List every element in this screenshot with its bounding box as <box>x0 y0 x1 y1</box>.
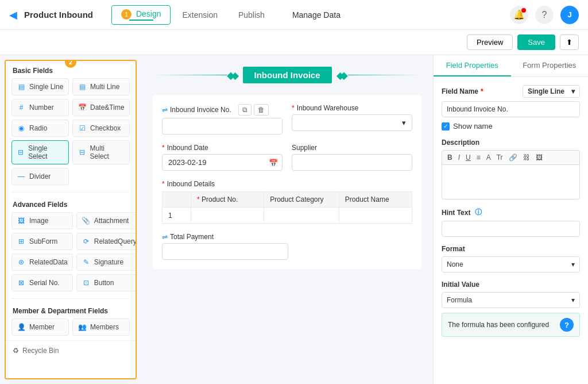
main-layout: 2 Basic Fields ▤ Single Line ▤ Multi Lin… <box>0 55 588 384</box>
field-related-data[interactable]: ⊛ RelatedData <box>11 254 73 271</box>
members-icon: 👥 <box>78 322 87 332</box>
tab-extension[interactable]: Extension <box>173 7 226 23</box>
font-color-button[interactable]: A <box>485 153 493 162</box>
member-label: Member <box>29 323 55 331</box>
field-name-required: * <box>481 87 483 95</box>
delete-field-button[interactable]: 🗑 <box>254 104 269 116</box>
warehouse-field: * Inbound Warehouse ▾ <box>292 104 412 135</box>
single-line-icon: ▤ <box>17 82 26 91</box>
warehouse-label-row: * Inbound Warehouse <box>292 104 412 112</box>
field-subform[interactable]: ⊞ SubForm <box>11 233 73 250</box>
supplier-input[interactable] <box>292 154 412 171</box>
avatar[interactable]: J <box>560 6 579 24</box>
preview-button[interactable]: Preview <box>467 34 513 50</box>
field-divider[interactable]: — Divider <box>11 168 69 185</box>
invoice-no-label-row: ⇌ Inbound Invoice No. ⧉ 🗑 <box>162 104 283 116</box>
underline-button[interactable]: U <box>464 153 473 162</box>
formula-status: The formula has been configured ? <box>442 313 580 337</box>
tab-design[interactable]: 1 Design <box>111 5 171 25</box>
signature-label: Signature <box>94 258 123 266</box>
save-button[interactable]: Save <box>517 34 555 50</box>
total-label: Total Payment <box>170 233 214 241</box>
single-select-label: Single Select <box>28 144 64 160</box>
table-header-row: * Product No. Product Category Product N… <box>163 192 412 208</box>
invoice-no-label: Inbound Invoice No. <box>170 106 231 114</box>
product-no-input[interactable] <box>197 211 258 220</box>
field-datetime[interactable]: 📅 Date&Time <box>72 99 130 116</box>
field-radio[interactable]: ◉ Radio <box>11 120 69 137</box>
field-single-select[interactable]: ⊟ Single Select <box>11 140 69 164</box>
field-number[interactable]: # Number <box>11 99 69 116</box>
share-button[interactable]: ⬆ <box>560 34 579 50</box>
description-area[interactable] <box>442 165 580 199</box>
format-value: None <box>447 260 463 268</box>
bold-button[interactable]: B <box>446 153 454 162</box>
notification-button[interactable]: 🔔 <box>510 6 528 24</box>
align-button[interactable]: ≡ <box>475 153 482 162</box>
top-navigation: ◀ Product Inbound 1 Design Extension Pub… <box>0 0 588 30</box>
hint-text-input[interactable] <box>442 221 580 237</box>
title-line-right <box>348 75 422 75</box>
tab-field-properties[interactable]: Field Properties <box>434 55 511 76</box>
formula-help-button[interactable]: ? <box>560 318 574 332</box>
product-category-input[interactable] <box>270 211 333 220</box>
button-label: Button <box>94 279 114 287</box>
field-type-select[interactable]: Single Line ▾ <box>523 85 580 98</box>
format-text-button[interactable]: Tr <box>495 153 505 162</box>
link-icon-total: ⇌ <box>162 233 168 241</box>
date-field: * Inbound Date 📅 <box>162 144 283 171</box>
link-button[interactable]: 🔗 <box>507 153 519 162</box>
show-name-checkbox[interactable] <box>442 122 450 130</box>
recycle-bin[interactable]: ♻ Recycle Bin <box>6 340 136 360</box>
product-category-cell[interactable] <box>264 208 339 224</box>
formula-status-text: The formula has been configured <box>448 321 560 329</box>
format-section: Format None ▾ <box>442 245 580 272</box>
serial-no-icon: ⊠ <box>17 278 26 287</box>
panel-tabs: Field Properties Form Properties <box>434 55 588 77</box>
description-toolbar: B I U ≡ A Tr 🔗 ⛓ 🖼 <box>442 150 580 165</box>
product-name-cell[interactable] <box>339 208 412 224</box>
field-multi-line[interactable]: ▤ Multi Line <box>72 78 130 95</box>
product-no-required: * <box>197 195 202 203</box>
date-input[interactable] <box>162 154 283 171</box>
advanced-fields-grid: 🖼 Image 📎 Attachment ⊞ SubForm ⟳ Related… <box>6 212 136 296</box>
field-image[interactable]: 🖼 Image <box>11 212 73 229</box>
field-signature[interactable]: ✎ Signature <box>76 254 137 271</box>
signature-icon: ✎ <box>82 258 91 267</box>
field-members[interactable]: 👥 Members <box>72 318 130 336</box>
field-checkbox[interactable]: ☑ Checkbox <box>72 120 130 137</box>
date-required: * <box>162 144 165 152</box>
field-single-line[interactable]: ▤ Single Line <box>11 78 69 95</box>
sidebar-divider-2 <box>11 298 130 299</box>
field-serial-no[interactable]: ⊠ Serial No. <box>11 274 73 291</box>
manage-data-button[interactable]: Manage Data <box>292 10 341 20</box>
field-member[interactable]: 👤 Member <box>11 318 69 336</box>
product-no-cell[interactable] <box>191 208 264 224</box>
total-input[interactable] <box>162 243 288 260</box>
help-button[interactable]: ? <box>535 6 554 24</box>
tab-form-properties[interactable]: Form Properties <box>511 55 589 76</box>
attachment-label: Attachment <box>94 217 129 225</box>
date-input-wrapper: 📅 <box>162 154 283 171</box>
product-name-input[interactable] <box>345 211 406 220</box>
copy-field-button[interactable]: ⧉ <box>238 104 252 116</box>
invoice-no-input[interactable] <box>162 118 283 135</box>
unlink-button[interactable]: ⛓ <box>521 153 532 162</box>
field-attachment[interactable]: 📎 Attachment <box>76 212 137 229</box>
format-select[interactable]: None ▾ <box>442 256 580 272</box>
form-title-text: Inbound Invoice <box>254 70 320 80</box>
initial-value-select[interactable]: Formula ▾ <box>442 292 580 308</box>
back-button[interactable]: ◀ <box>9 9 17 21</box>
tab-publish[interactable]: Publish <box>229 7 274 23</box>
field-multi-select[interactable]: ⊟ Multi Select <box>72 140 130 164</box>
warehouse-select[interactable]: ▾ <box>292 114 412 131</box>
field-related-query[interactable]: ⟳ RelatedQuery <box>76 233 137 250</box>
single-select-icon: ⊟ <box>17 148 25 157</box>
field-name-input[interactable] <box>442 101 580 117</box>
image-desc-button[interactable]: 🖼 <box>534 153 544 162</box>
italic-button[interactable]: I <box>457 153 462 162</box>
hint-info-icon[interactable]: ⓘ <box>475 208 482 217</box>
hint-text-label: Hint Text <box>442 209 470 217</box>
number-label: Number <box>29 103 54 112</box>
field-button[interactable]: ⊡ Button <box>76 274 137 291</box>
